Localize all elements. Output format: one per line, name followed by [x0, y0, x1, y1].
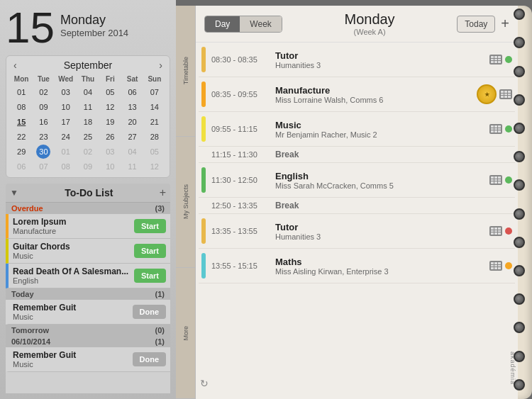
schedule-title: Tutor — [275, 222, 489, 232]
schedule-item[interactable]: 09:55 - 11:15MusicMr Benjamin Racher, Mu… — [199, 112, 515, 147]
calendar-day-cell[interactable]: 07 — [148, 85, 162, 99]
side-tab-label: More — [182, 326, 189, 341]
calendar-day-cell[interactable]: 25 — [81, 130, 95, 144]
next-month-button[interactable]: › — [156, 60, 165, 71]
refresh-button[interactable]: ↻ — [196, 375, 213, 392]
calendar-day-cell[interactable]: 08 — [14, 100, 28, 114]
schedule-title: Maths — [275, 257, 489, 267]
spiral-ring — [514, 379, 525, 390]
calendar-day-label: Sat — [121, 74, 143, 84]
done-button[interactable]: Done — [133, 352, 167, 366]
calendar-day-cell[interactable]: 17 — [59, 115, 73, 129]
calendar-day-cell[interactable]: 11 — [81, 100, 95, 114]
spiral-ring — [514, 151, 525, 162]
calendar-day-cell[interactable]: 04 — [126, 145, 140, 159]
grid-icon[interactable] — [489, 226, 502, 236]
right-panel: TimetableMy SubjectsMore Day Week Monday… — [176, 0, 532, 399]
add-todo-icon[interactable]: + — [160, 186, 166, 199]
calendar-day-cell[interactable]: 18 — [81, 115, 95, 129]
schedule-color-bar — [201, 253, 206, 279]
schedule-title: Music — [275, 120, 489, 130]
todo-item-left: Lorem IpsumManufacture — [13, 217, 134, 235]
calendar-day-cell[interactable]: 10 — [103, 159, 117, 174]
calendar-day-cell[interactable]: 14 — [148, 100, 162, 114]
calendar-day-cell[interactable]: 22 — [14, 130, 28, 144]
grid-icon[interactable] — [489, 175, 502, 185]
calendar-day-cell[interactable]: 23 — [36, 130, 50, 144]
schedule-subtitle: Miss Sarah McCracken, Comms 5 — [275, 181, 489, 190]
calendar-day-cell[interactable]: 12 — [103, 100, 117, 114]
side-tab-my-subjects[interactable]: My Subjects — [176, 137, 196, 268]
calendar-day-cell[interactable]: 21 — [148, 115, 162, 129]
schedule-time: 09:55 - 11:15 — [211, 125, 275, 133]
schedule-color-bar — [201, 82, 206, 107]
done-button[interactable]: Done — [133, 305, 167, 319]
schedule-icons — [489, 226, 512, 236]
calendar-day-cell[interactable]: 28 — [148, 130, 162, 144]
calendar-day-cell[interactable]: 20 — [126, 115, 140, 129]
spiral-rings — [512, 0, 526, 399]
grid-icon[interactable] — [499, 89, 512, 99]
today-button[interactable]: Today — [457, 16, 495, 33]
calendar-day-cell[interactable]: 30 — [36, 145, 50, 159]
date-header: 15 Monday September 2014 — [6, 6, 170, 50]
schedule-icons — [489, 55, 512, 64]
grid-icon[interactable] — [489, 55, 502, 64]
calendar-day-cell[interactable]: 29 — [14, 145, 28, 159]
calendar-day-cell[interactable]: 10 — [59, 100, 73, 114]
schedule-time: 13:35 - 13:55 — [211, 227, 275, 235]
calendar-day-cell[interactable]: 06 — [126, 85, 140, 99]
grid-icon[interactable] — [489, 124, 502, 134]
calendar-day-cell[interactable]: 02 — [81, 145, 95, 159]
calendar-day-cell[interactable]: 13 — [126, 100, 140, 114]
spiral-ring — [514, 123, 525, 134]
schedule-info: TutorHumanities 3 — [275, 50, 489, 69]
start-button[interactable]: Start — [134, 219, 166, 233]
filter-icon[interactable]: ▼ — [10, 188, 18, 198]
calendar-day-cell[interactable]: 01 — [14, 85, 28, 99]
start-button[interactable]: Start — [134, 244, 166, 258]
add-schedule-button[interactable]: + — [501, 16, 509, 32]
week-view-button[interactable]: Week — [240, 16, 281, 32]
calendar-grid: MonTueWedThuFriSatSun0102030405060708091… — [11, 74, 165, 174]
calendar-day-cell[interactable]: 04 — [81, 85, 95, 99]
calendar-day-cell[interactable]: 06 — [14, 159, 28, 174]
calendar-day-cell[interactable]: 03 — [103, 145, 117, 159]
calendar-day-cell[interactable]: 27 — [126, 130, 140, 144]
calendar-day-cell[interactable]: 03 — [59, 85, 73, 99]
spiral-ring — [514, 208, 525, 220]
schedule-title: English — [275, 171, 489, 181]
calendar-day-cell[interactable]: 07 — [36, 159, 50, 174]
calendar-day-cell[interactable]: 11 — [126, 159, 140, 174]
calendar-day-cell[interactable]: 19 — [103, 115, 117, 129]
spiral-ring — [514, 37, 525, 48]
calendar-day-cell[interactable]: 16 — [36, 115, 50, 129]
schedule-item[interactable]: 13:55 - 15:15MathsMiss Aisling Kirwan, E… — [199, 249, 515, 283]
calendar-day-label: Fri — [99, 74, 121, 84]
calendar-day-cell[interactable]: 05 — [148, 145, 162, 159]
schedule-item[interactable]: 08:35 - 09:55ManufactureMiss Lorraine Wa… — [199, 77, 515, 112]
todo-section-label: 06/10/2014 — [11, 337, 50, 346]
calendar-day-cell[interactable]: 24 — [59, 130, 73, 144]
calendar-day-cell[interactable]: 12 — [148, 159, 162, 174]
side-tab-timetable[interactable]: Timetable — [176, 6, 196, 137]
prev-month-button[interactable]: ‹ — [11, 60, 20, 71]
schedule-item[interactable]: 08:30 - 08:35TutorHumanities 3 — [199, 43, 515, 77]
start-button[interactable]: Start — [134, 269, 166, 283]
calendar-day-label: Thu — [77, 74, 99, 84]
schedule-item[interactable]: 11:30 - 12:50EnglishMiss Sarah McCracken… — [199, 163, 515, 198]
calendar-day-cell[interactable]: 09 — [81, 159, 95, 174]
calendar-day-cell[interactable]: 05 — [103, 85, 117, 99]
schedule-time: 13:55 - 15:15 — [211, 262, 275, 270]
todo-item: Guitar ChordsMusicStart — [6, 239, 170, 264]
side-tab-more[interactable]: More — [176, 268, 196, 399]
calendar-day-cell[interactable]: 02 — [36, 85, 50, 99]
calendar-day-cell[interactable]: 09 — [36, 100, 50, 114]
calendar-day-cell[interactable]: 08 — [59, 159, 73, 174]
day-view-button[interactable]: Day — [205, 16, 240, 32]
schedule-item[interactable]: 13:35 - 13:55TutorHumanities 3 — [199, 214, 515, 249]
calendar-day-cell[interactable]: 26 — [103, 130, 117, 144]
grid-icon[interactable] — [489, 261, 502, 271]
calendar-day-cell[interactable]: 15 — [14, 115, 28, 129]
calendar-day-cell[interactable]: 01 — [59, 145, 73, 159]
